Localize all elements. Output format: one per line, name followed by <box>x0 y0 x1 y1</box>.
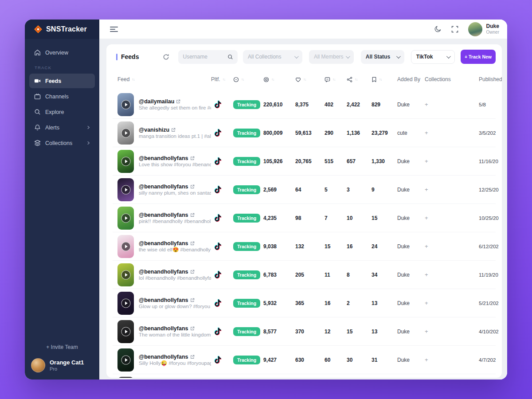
add-to-collection-button[interactable]: + <box>425 356 479 363</box>
add-to-collection-button[interactable]: + <box>425 186 479 193</box>
feed-username[interactable]: @benandhollyfans <box>139 240 211 246</box>
add-to-collection-button[interactable]: + <box>425 215 479 221</box>
sidebar-item-alerts[interactable]: Alerts <box>29 120 95 135</box>
sidebar-item-channels[interactable]: Channels <box>29 89 95 104</box>
external-link-icon[interactable] <box>190 184 195 189</box>
feed-username[interactable]: @benandhollyfans <box>139 155 211 161</box>
add-to-collection-button[interactable]: + <box>425 129 479 136</box>
table-row[interactable]: @benandhollyfans Glow up or glow down? #… <box>113 289 496 317</box>
col-comments[interactable]: ↑↓ <box>325 77 347 82</box>
col-status[interactable]: ↑↓ <box>233 77 263 82</box>
external-link-icon[interactable] <box>190 213 195 217</box>
feed-cell[interactable]: @benandhollyfans The woman of the little… <box>113 320 211 343</box>
video-thumbnail[interactable] <box>117 150 134 173</box>
invite-team-button[interactable]: + Invite Team <box>31 340 93 358</box>
table-row[interactable]: @benandhollyfans pink!! #benandholly #be… <box>113 204 496 232</box>
table-row[interactable]: @vanishizu manga transition ideas pt.1 |… <box>113 119 496 147</box>
video-thumbnail[interactable] <box>117 263 134 286</box>
external-link-icon[interactable] <box>190 241 195 246</box>
sort-icon[interactable]: ↑↓ <box>303 78 306 82</box>
table-row[interactable]: @dailymailau She allegedly set them on f… <box>113 90 496 119</box>
col-views[interactable]: ↑↓ <box>263 77 295 82</box>
add-to-collection-button[interactable]: + <box>425 101 479 108</box>
username-input[interactable] <box>183 54 225 60</box>
feed-cell[interactable]: @vanishizu manga transition ideas pt.1 |… <box>113 121 211 145</box>
sort-icon[interactable]: ↑↓ <box>379 78 382 82</box>
feed-cell[interactable]: @benandhollyfans Glow up or glow down? #… <box>113 292 211 315</box>
feed-cell[interactable]: @benandhollyfans the wise old elf😍 #bena… <box>113 235 211 258</box>
col-published[interactable]: Published <box>479 76 502 82</box>
members-select[interactable]: All Members <box>309 50 354 64</box>
add-to-collection-button[interactable]: + <box>425 243 479 250</box>
feed-cell[interactable]: @benandhollyfans silly nanny plum, shes … <box>113 178 211 201</box>
feed-cell[interactable]: @benandhollyfans lol #benandholly #benan… <box>113 263 211 286</box>
status-select[interactable]: All Status <box>361 50 404 64</box>
feed-cell[interactable] <box>113 377 211 378</box>
external-link-icon[interactable] <box>190 326 195 331</box>
menu-toggle-icon[interactable] <box>110 25 118 33</box>
feed-username[interactable]: @benandhollyfans <box>139 269 211 275</box>
external-link-icon[interactable] <box>190 156 195 160</box>
feed-username[interactable]: @benandhollyfans <box>139 325 211 332</box>
external-link-icon[interactable] <box>190 355 195 359</box>
sort-icon[interactable]: ↑↓ <box>132 78 134 82</box>
sort-icon[interactable]: ↑↓ <box>271 78 274 82</box>
table-row[interactable]: @benandhollyfans The woman of the little… <box>113 317 496 346</box>
sort-icon[interactable]: ↑↓ <box>355 78 357 82</box>
video-thumbnail[interactable] <box>117 292 134 315</box>
video-thumbnail[interactable] <box>117 178 134 201</box>
account-menu[interactable]: Duke Owner <box>468 22 499 36</box>
feed-username[interactable]: @benandhollyfans <box>139 212 211 218</box>
add-to-collection-button[interactable]: + <box>425 300 479 306</box>
dark-mode-icon[interactable] <box>434 25 442 33</box>
feed-cell[interactable]: @benandhollyfans Love this show #foryou … <box>113 150 211 173</box>
add-to-collection-button[interactable]: + <box>425 271 479 278</box>
sort-icon[interactable]: ↑↓ <box>332 78 335 82</box>
track-new-button[interactable]: + Track New <box>461 50 496 64</box>
refresh-icon[interactable] <box>163 54 169 60</box>
table-row[interactable]: @benandhollyfans silly nanny plum, shes … <box>113 176 496 204</box>
col-shares[interactable]: ↑↓ <box>347 77 372 82</box>
feed-username[interactable]: @vanishizu <box>139 127 211 133</box>
sidebar-item-collections[interactable]: Collections <box>29 136 95 150</box>
external-link-icon[interactable] <box>171 128 176 132</box>
feed-cell[interactable]: @benandhollyfans Silly Holly😜 #foryou #f… <box>113 348 211 372</box>
feed-username[interactable]: @dailymailau <box>139 98 211 105</box>
external-link-icon[interactable] <box>190 270 195 274</box>
video-thumbnail[interactable] <box>117 320 134 343</box>
platform-select[interactable]: TikTok <box>411 50 455 64</box>
feed-username[interactable]: @benandhollyfans <box>139 184 211 190</box>
sidebar-item-overview[interactable]: Overview <box>29 45 95 60</box>
col-collections[interactable]: Collections <box>425 76 479 82</box>
col-feed[interactable]: Feed↑↓ <box>113 76 211 82</box>
feed-username[interactable]: @benandhollyfans <box>139 297 211 303</box>
feed-cell[interactable]: @benandhollyfans pink!! #benandholly #be… <box>113 207 211 230</box>
sidebar-item-feeds[interactable]: Feeds <box>29 74 95 88</box>
video-thumbnail[interactable] <box>117 377 134 378</box>
video-thumbnail[interactable] <box>117 348 134 372</box>
col-platform[interactable]: Pltf.↑↓ <box>211 76 233 82</box>
logo[interactable]: SNSTracker <box>25 20 99 39</box>
video-thumbnail[interactable] <box>117 121 134 145</box>
col-likes[interactable]: ↑↓ <box>295 77 325 82</box>
video-thumbnail[interactable] <box>117 93 134 116</box>
col-added-by[interactable]: Added By <box>397 76 425 82</box>
external-link-icon[interactable] <box>190 298 195 302</box>
feed-cell[interactable]: @dailymailau She allegedly set them on f… <box>113 93 211 116</box>
sort-icon[interactable]: ↑↓ <box>241 78 244 82</box>
table-row[interactable]: @benandhollyfans Silly Holly😜 #foryou #f… <box>113 346 496 374</box>
table-row[interactable]: @benandhollyfans lol #benandholly #benan… <box>113 261 496 289</box>
video-thumbnail[interactable] <box>117 207 134 230</box>
table-row[interactable]: @benandhollyfans Love this show #foryou … <box>113 147 496 176</box>
add-to-collection-button[interactable]: + <box>425 328 479 335</box>
sidebar-item-explore[interactable]: Explore <box>29 105 95 119</box>
sort-icon[interactable]: ↑↓ <box>223 78 225 82</box>
table-row[interactable]: @benandhollyfans the wise old elf😍 #bena… <box>113 232 496 261</box>
video-thumbnail[interactable] <box>117 235 134 258</box>
feed-username[interactable]: @benandhollyfans <box>139 354 211 360</box>
col-saves[interactable]: ↑↓ <box>372 77 397 82</box>
add-to-collection-button[interactable]: + <box>425 158 479 164</box>
collections-select[interactable]: All Collections <box>243 50 302 64</box>
external-link-icon[interactable] <box>176 99 180 104</box>
table-row[interactable] <box>113 374 496 378</box>
